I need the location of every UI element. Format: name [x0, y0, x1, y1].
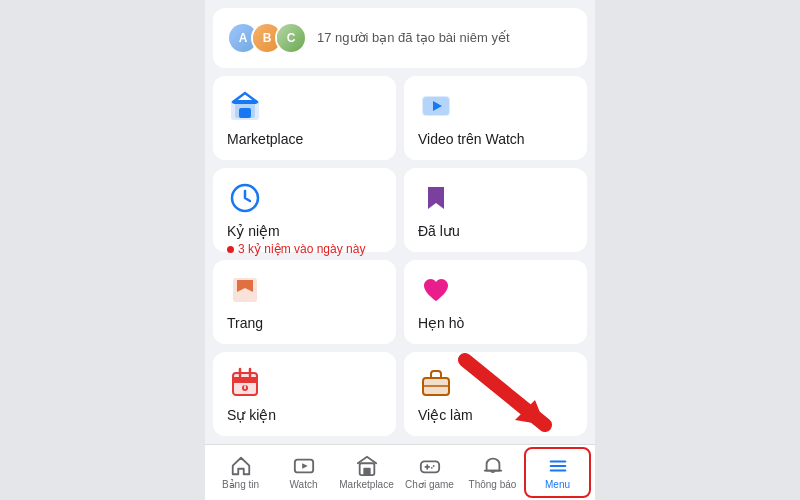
- marketplace-card[interactable]: Marketplace: [213, 76, 396, 160]
- menu-icon: [547, 455, 569, 477]
- svg-point-32: [430, 467, 432, 469]
- avatar-3: C: [275, 22, 307, 54]
- svg-marker-25: [302, 463, 308, 469]
- video-watch-label: Video trên Watch: [418, 130, 573, 148]
- nav-label-watch: Watch: [290, 479, 318, 490]
- nav-label-gaming: Chơi game: [405, 479, 454, 490]
- watch-icon: [293, 455, 315, 477]
- saved-icon: [418, 182, 454, 214]
- saved-label: Đã lưu: [418, 222, 573, 240]
- memory-card[interactable]: Kỷ niệm 3 kỷ niệm vào ngày này: [213, 168, 396, 252]
- avatar-group: A B C: [227, 22, 307, 54]
- svg-rect-13: [233, 377, 257, 383]
- nav-item-home[interactable]: Bảng tin: [209, 449, 272, 496]
- pages-card[interactable]: Trang: [213, 260, 396, 344]
- marketplace-label: Marketplace: [227, 130, 382, 148]
- svg-rect-3: [233, 100, 257, 104]
- notifications-icon: [482, 455, 504, 477]
- jobs-label: Việc làm: [418, 406, 573, 424]
- nav-label-marketplace: Marketplace: [339, 479, 393, 490]
- pages-label: Trang: [227, 314, 382, 332]
- friends-post-card[interactable]: A B C 17 người bạn đã tạo bài niêm yết: [213, 8, 587, 68]
- gaming-icon: [419, 455, 441, 477]
- events-label: Sự kiện: [227, 406, 382, 424]
- nav-item-watch[interactable]: Watch: [272, 449, 335, 496]
- marketplace-icon: [227, 90, 263, 122]
- memory-sub-label: 3 kỷ niệm vào ngày này: [227, 242, 382, 256]
- nav-item-menu[interactable]: Menu: [524, 447, 591, 498]
- svg-rect-2: [239, 108, 251, 118]
- svg-point-18: [244, 388, 245, 389]
- memory-label: Kỷ niệm: [227, 222, 382, 240]
- nav-label-home: Bảng tin: [222, 479, 259, 490]
- events-card[interactable]: Sự kiện: [213, 352, 396, 436]
- nav-item-notifications[interactable]: Thông báo: [461, 449, 524, 496]
- dating-icon: [418, 274, 454, 306]
- bottom-nav: Bảng tin Watch Marketplace: [205, 444, 595, 500]
- video-watch-card[interactable]: Video trên Watch: [404, 76, 587, 160]
- svg-rect-11: [233, 373, 257, 395]
- pages-icon: [227, 274, 263, 306]
- phone-frame: A B C 17 người bạn đã tạo bài niêm yết: [205, 0, 595, 500]
- memory-icon: [227, 182, 263, 214]
- home-icon: [230, 455, 252, 477]
- nav-item-marketplace[interactable]: Marketplace: [335, 449, 398, 496]
- nav-label-menu: Menu: [545, 479, 570, 490]
- video-icon: [418, 90, 454, 122]
- events-icon: [227, 366, 263, 398]
- red-dot: [227, 246, 234, 253]
- dating-label: Hẹn hò: [418, 314, 573, 332]
- content-area: A B C 17 người bạn đã tạo bài niêm yết: [205, 0, 595, 444]
- nav-item-gaming[interactable]: Chơi game: [398, 449, 461, 496]
- svg-point-31: [432, 465, 434, 467]
- marketplace-nav-icon: [356, 455, 378, 477]
- friends-post-label: 17 người bạn đã tạo bài niêm yết: [317, 30, 510, 47]
- nav-label-notifications: Thông báo: [469, 479, 517, 490]
- jobs-card[interactable]: Việc làm: [404, 352, 587, 436]
- dating-card[interactable]: Hẹn hò: [404, 260, 587, 344]
- saved-card[interactable]: Đã lưu: [404, 168, 587, 252]
- svg-rect-27: [363, 468, 370, 475]
- jobs-icon: [418, 366, 454, 398]
